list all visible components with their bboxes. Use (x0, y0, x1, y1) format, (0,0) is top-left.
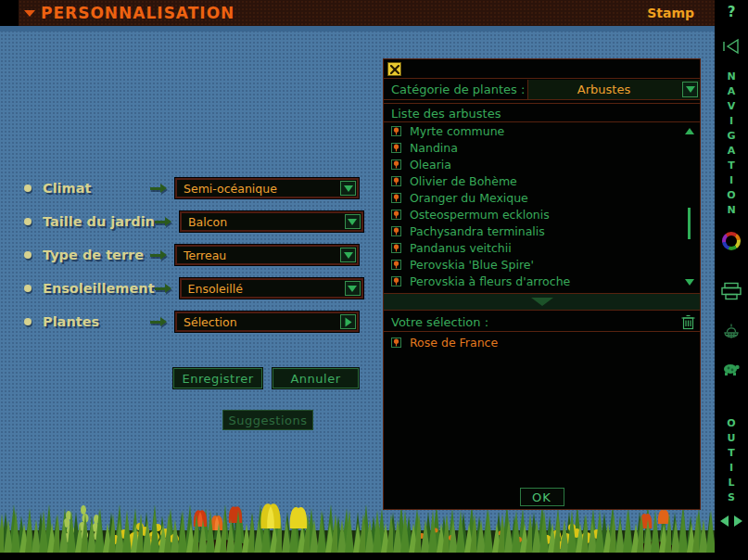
dropdown-button[interactable] (340, 248, 356, 262)
scrollbar-thumb[interactable] (688, 208, 691, 239)
plant-icon (391, 226, 401, 236)
titlebar-shadow (0, 26, 715, 32)
plant-name: Perovskia à fleurs d'arroche (410, 274, 570, 288)
plant-list-item[interactable]: Pachysandra terminalis (384, 223, 700, 239)
plant-icon (391, 159, 401, 170)
plant-list-item[interactable]: Perovskia 'Blue Spire' (384, 256, 700, 273)
plant-icon (391, 126, 401, 136)
bullet-icon (24, 185, 32, 192)
plant-name: Osteospermum ecklonis (410, 208, 550, 222)
arrow-icon (155, 284, 171, 293)
help-button[interactable]: ? (715, 4, 748, 20)
plant-name: Pachysandra terminalis (410, 224, 545, 238)
dropdown-button[interactable] (340, 314, 356, 329)
next-arrow-icon[interactable] (734, 515, 742, 527)
page-down-button[interactable] (384, 293, 700, 311)
plant-icon (391, 176, 401, 186)
dropdown-button[interactable] (345, 281, 361, 296)
category-row: Catégorie de plantes : Arbustes (384, 80, 700, 100)
scroll-up-icon[interactable] (685, 128, 694, 134)
selection-list: Rose de France (384, 334, 700, 350)
customization-form: Climat Semi-océanique Taille du jardin B… (24, 178, 363, 345)
field-dropdown[interactable]: Semi-océanique (175, 178, 359, 198)
plant-icon (391, 260, 401, 270)
save-button[interactable]: Enregistrer (173, 368, 262, 388)
title-bar: PERSONNALISATION Stamp (0, 0, 715, 26)
cancel-button[interactable]: Annuler (273, 368, 359, 388)
plant-list-item[interactable]: Myrte commune (384, 122, 700, 139)
bullet-icon (24, 285, 32, 292)
field-label: Plantes (43, 314, 150, 329)
field-value: Sélection (184, 315, 237, 329)
plant-name: Pandanus veitchii (410, 241, 512, 255)
plant-basket-button[interactable] (715, 322, 748, 340)
trash-icon (681, 314, 695, 330)
list-scrollbar (684, 122, 695, 293)
dropdown-triangle-icon (344, 185, 353, 192)
field-dropdown[interactable]: Terreau (175, 245, 359, 265)
plant-icon (391, 193, 401, 203)
plant-list-item[interactable]: Perovskia à fleurs d'arroche (384, 273, 700, 289)
field-dropdown[interactable]: Sélection (175, 312, 359, 332)
plant-icon (391, 337, 401, 348)
plant-list-item[interactable]: Osteospermum ecklonis (384, 206, 700, 223)
close-button[interactable] (387, 62, 401, 76)
speaker-button[interactable] (715, 37, 748, 56)
tool-sidebar: ? NAVIGATION (715, 0, 748, 560)
field-dropdown[interactable]: Ensoleillé (180, 278, 363, 299)
page-navigation-arrows (715, 515, 748, 527)
plant-list-item[interactable]: Olivier de Bohème (384, 172, 700, 189)
arrow-icon (155, 217, 171, 226)
list-title-row: Liste des arbustes (384, 103, 700, 122)
plant-list-item[interactable]: Olearia (384, 156, 700, 172)
plant-icon (391, 276, 401, 286)
field-label: Taille du jardin (43, 214, 155, 229)
color-wheel-button[interactable] (715, 232, 748, 250)
tools-section-label: OUTILS (715, 417, 748, 506)
plant-name: Perovskia 'Blue Spire' (410, 258, 534, 272)
field-value: Ensoleillé (188, 282, 243, 296)
plant-list-item[interactable]: Pandanus veitchii (384, 239, 700, 256)
bullet-icon (24, 251, 32, 259)
category-label: Catégorie de plantes : (391, 83, 525, 96)
printer-icon (720, 282, 742, 300)
form-row: Ensoleillement Ensoleillé (24, 278, 363, 299)
dropdown-button[interactable] (340, 181, 356, 196)
arrow-icon (150, 184, 167, 193)
plant-list: Myrte commune Nandina (384, 122, 700, 293)
garden-strip-image (0, 503, 715, 553)
dropdown-triangle-icon (686, 86, 695, 93)
plant-list-item[interactable]: Nandina (384, 139, 700, 156)
print-button[interactable] (715, 282, 748, 300)
collapse-triangle-icon[interactable] (24, 10, 35, 17)
color-wheel-icon (722, 232, 741, 250)
selection-header-row: Votre sélection : (384, 312, 700, 332)
field-value: Terreau (184, 248, 226, 262)
scroll-down-icon[interactable] (685, 279, 694, 286)
field-label: Type de terre (43, 248, 150, 262)
corner-block (0, 0, 19, 26)
category-value: Arbustes (528, 83, 679, 96)
turtle-icon (721, 362, 742, 376)
turtle-button[interactable] (715, 362, 748, 376)
bullet-icon (24, 218, 32, 225)
dropdown-triangle-icon (348, 286, 357, 292)
arrow-icon (150, 317, 167, 326)
stamp-button[interactable]: Stamp (647, 6, 694, 20)
selection-list-item[interactable]: Rose de France (384, 334, 700, 350)
plant-list-item[interactable]: Oranger du Mexique (384, 189, 700, 206)
suggestions-button[interactable]: Suggestions (222, 410, 313, 430)
dropdown-button[interactable] (345, 214, 361, 229)
form-row: Type de terre Terreau (24, 245, 363, 265)
plant-basket-icon (722, 322, 741, 340)
previous-arrow-icon[interactable] (720, 515, 729, 527)
plant-icon (391, 143, 401, 153)
category-dropdown[interactable]: Arbustes (527, 80, 700, 99)
form-row: Plantes Sélection (24, 312, 363, 332)
field-dropdown[interactable]: Balcon (180, 211, 363, 232)
trash-button[interactable] (681, 314, 695, 334)
category-dropdown-button[interactable] (682, 82, 698, 97)
ok-button[interactable]: OK (520, 488, 564, 506)
bottom-letterbox (0, 553, 715, 560)
selection-label: Votre sélection : (391, 315, 488, 329)
